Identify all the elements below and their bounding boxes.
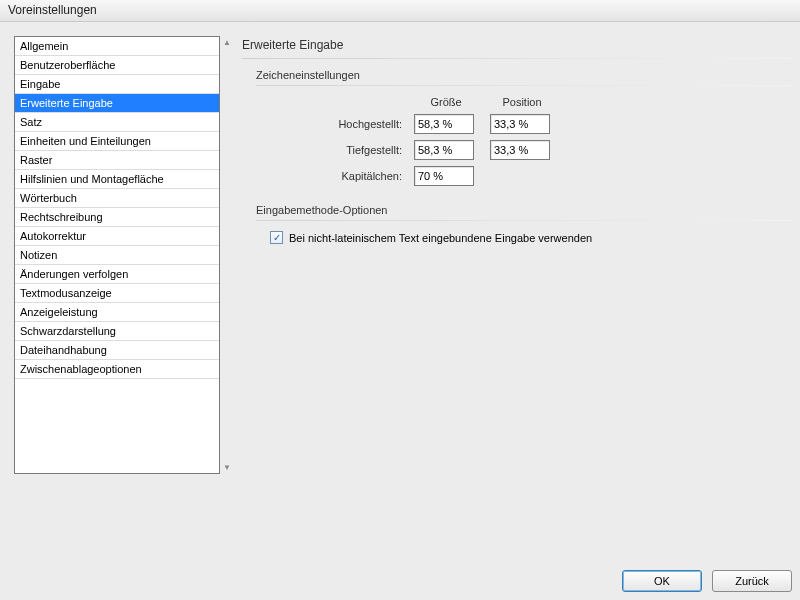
column-header-position: Position: [490, 96, 554, 108]
sidebar-scroll-indicator: ▲ ▼: [220, 36, 234, 474]
group-input-method: Eingabemethode-Optionen ✓ Bei nicht-late…: [256, 204, 792, 244]
sidebar-item-einheiten-und-einteilungen[interactable]: Einheiten und Einteilungen: [15, 132, 219, 151]
sidebar-item-autokorrektur[interactable]: Autokorrektur: [15, 227, 219, 246]
sidebar-item-erweiterte-eingabe[interactable]: Erweiterte Eingabe: [15, 94, 219, 113]
sidebar-item-anzeigeleistung[interactable]: Anzeigeleistung: [15, 303, 219, 322]
sidebar-item-schwarzdarstellung[interactable]: Schwarzdarstellung: [15, 322, 219, 341]
scroll-up-icon[interactable]: ▲: [220, 38, 234, 47]
sidebar-item-satz[interactable]: Satz: [15, 113, 219, 132]
back-button[interactable]: Zurück: [712, 570, 792, 592]
sidebar-item-benutzeroberfl-che[interactable]: Benutzeroberfläche: [15, 56, 219, 75]
sidebar-item-textmodusanzeige[interactable]: Textmodusanzeige: [15, 284, 219, 303]
label-smallcaps: Kapitälchen:: [282, 170, 402, 182]
subscript-size-input[interactable]: [414, 140, 474, 160]
scroll-down-icon[interactable]: ▼: [220, 463, 234, 472]
sidebar-item-notizen[interactable]: Notizen: [15, 246, 219, 265]
smallcaps-size-input[interactable]: [414, 166, 474, 186]
dialog-footer: OK Zurück: [622, 570, 792, 592]
superscript-size-input[interactable]: [414, 114, 474, 134]
subscript-position-input[interactable]: [490, 140, 550, 160]
panel-main: Erweiterte Eingabe Zeicheneinstellungen …: [242, 36, 792, 474]
divider: [256, 220, 792, 221]
sidebar-item-rechtschreibung[interactable]: Rechtschreibung: [15, 208, 219, 227]
category-sidebar: AllgemeinBenutzeroberflächeEingabeErweit…: [14, 36, 220, 474]
sidebar-item-eingabe[interactable]: Eingabe: [15, 75, 219, 94]
sidebar-item-w-rterbuch[interactable]: Wörterbuch: [15, 189, 219, 208]
sidebar-item-raster[interactable]: Raster: [15, 151, 219, 170]
divider: [256, 85, 792, 86]
ok-button[interactable]: OK: [622, 570, 702, 592]
sidebar-item--nderungen-verfolgen[interactable]: Änderungen verfolgen: [15, 265, 219, 284]
group-title-input: Eingabemethode-Optionen: [256, 204, 792, 216]
column-header-size: Größe: [414, 96, 478, 108]
sidebar-item-allgemein[interactable]: Allgemein: [15, 37, 219, 56]
panel-title: Erweiterte Eingabe: [242, 38, 792, 52]
window-title: Voreinstellungen: [8, 3, 97, 17]
superscript-position-input[interactable]: [490, 114, 550, 134]
sidebar-item-hilfslinien-und-montagefl-che[interactable]: Hilfslinien und Montagefläche: [15, 170, 219, 189]
label-subscript: Tiefgestellt:: [282, 144, 402, 156]
label-superscript: Hochgestellt:: [282, 118, 402, 130]
inline-input-checkbox[interactable]: ✓: [270, 231, 283, 244]
window-titlebar: Voreinstellungen: [0, 0, 800, 22]
sidebar-item-dateihandhabung[interactable]: Dateihandhabung: [15, 341, 219, 360]
group-character-settings: Zeicheneinstellungen Größe Position Hoch…: [256, 69, 792, 186]
sidebar-item-zwischenablageoptionen[interactable]: Zwischenablageoptionen: [15, 360, 219, 379]
group-title-chars: Zeicheneinstellungen: [256, 69, 792, 81]
divider: [242, 58, 792, 59]
inline-input-checkbox-label: Bei nicht-lateinischem Text eingebundene…: [289, 232, 592, 244]
